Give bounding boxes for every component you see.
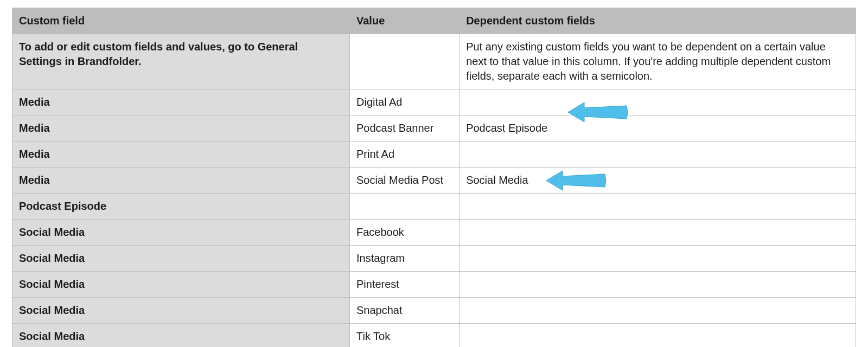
cell-value (350, 34, 459, 89)
cell-value: Tik Tok (350, 324, 459, 348)
cell-value: Podcast Banner (350, 115, 459, 142)
cell-dependent: Social Media (459, 168, 856, 194)
cell-custom-field: Media (12, 89, 350, 115)
table-row: MediaPrint Ad (12, 142, 856, 168)
cell-dependent (459, 220, 856, 246)
cell-custom-field: Social Media (12, 246, 350, 272)
cell-custom-field: Social Media (12, 272, 350, 298)
cell-dependent (459, 324, 856, 348)
header-dependent: Dependent custom fields (459, 8, 856, 34)
table-header-row: Custom field Value Dependent custom fiel… (12, 8, 856, 34)
cell-custom-field: Media (12, 115, 350, 142)
cell-dependent (459, 142, 856, 168)
cell-value: Snapchat (350, 298, 459, 324)
cell-value: Facebook (350, 220, 459, 246)
cell-custom-field: Social Media (12, 324, 350, 348)
cell-value: Pinterest (350, 272, 459, 298)
header-custom-field: Custom field (12, 8, 350, 34)
table-row: Social MediaPinterest (12, 272, 856, 298)
cell-dependent (459, 298, 856, 324)
annotation-arrow-icon (546, 169, 606, 192)
cell-dependent-text: Put any existing custom fields you want … (466, 41, 831, 82)
cell-custom-field: Social Media (12, 298, 350, 324)
custom-fields-table: Custom field Value Dependent custom fiel… (12, 8, 856, 347)
cell-dependent (459, 272, 856, 298)
table-row: MediaDigital Ad (12, 89, 856, 115)
cell-value: Instagram (350, 246, 459, 272)
cell-dependent (459, 194, 856, 220)
header-value: Value (350, 8, 459, 34)
table-row: Social MediaTik Tok (12, 324, 856, 348)
table-row: MediaSocial Media PostSocial Media (12, 168, 856, 194)
cell-value (350, 194, 459, 220)
cell-value: Social Media Post (350, 168, 459, 194)
cell-dependent-text: Podcast Episode (466, 122, 547, 134)
table-row: Podcast Episode (12, 194, 856, 220)
cell-custom-field: Media (12, 168, 350, 194)
svg-marker-1 (546, 171, 606, 190)
cell-custom-field: Podcast Episode (12, 194, 350, 220)
cell-value: Digital Ad (350, 89, 459, 115)
cell-custom-field: Social Media (12, 220, 350, 246)
table-row: Social MediaSnapchat (12, 298, 856, 324)
cell-dependent-text: Social Media (466, 174, 528, 186)
cell-custom-field: Media (12, 142, 350, 168)
table-row: Social MediaInstagram (12, 246, 856, 272)
cell-custom-field: To add or edit custom fields and values,… (12, 34, 350, 89)
cell-dependent (459, 246, 856, 272)
cell-dependent: Podcast Episode (459, 115, 856, 142)
table-row: MediaPodcast BannerPodcast Episode (12, 115, 856, 142)
cell-dependent (459, 89, 856, 115)
table-row: To add or edit custom fields and values,… (12, 34, 856, 89)
cell-dependent: Put any existing custom fields you want … (459, 34, 856, 89)
table-row: Social MediaFacebook (12, 220, 856, 246)
cell-value: Print Ad (350, 142, 459, 168)
